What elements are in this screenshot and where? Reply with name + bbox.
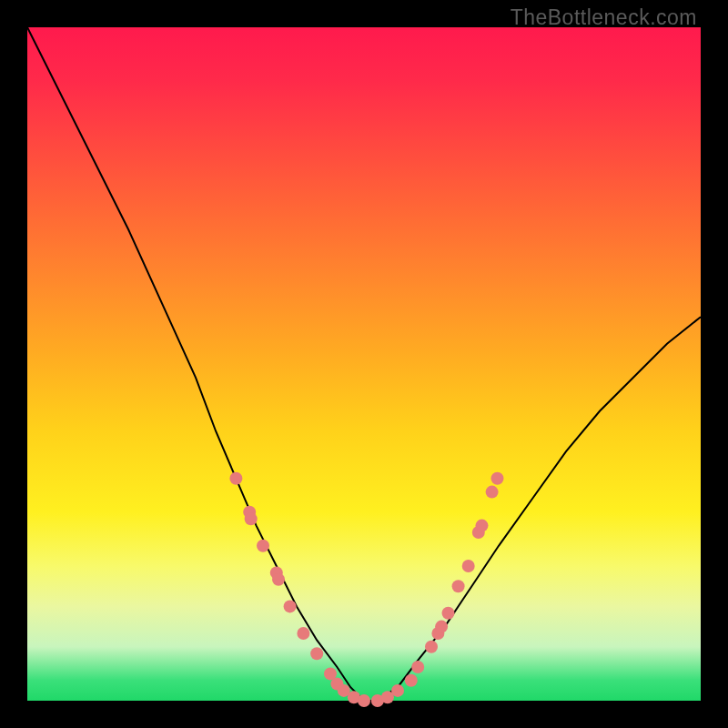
data-point — [257, 540, 269, 552]
data-point — [284, 600, 297, 612]
data-point — [491, 472, 504, 485]
data-point — [297, 627, 309, 640]
data-point — [435, 621, 448, 633]
data-point — [245, 512, 258, 525]
data-point — [462, 560, 475, 572]
data-point — [442, 607, 455, 620]
data-point — [476, 520, 489, 532]
data-point — [229, 472, 242, 485]
data-point — [425, 641, 438, 653]
chart-svg — [27, 27, 701, 701]
data-point — [411, 661, 424, 673]
data-point — [272, 573, 285, 586]
data-point — [486, 486, 499, 499]
data-point — [391, 684, 404, 697]
data-point — [358, 694, 370, 707]
watermark-text: TheBottleneck.com — [511, 5, 697, 30]
data-point — [405, 674, 418, 687]
data-points — [229, 472, 503, 707]
bottleneck-curve — [27, 27, 701, 701]
data-point — [310, 647, 323, 660]
data-point — [452, 580, 465, 592]
